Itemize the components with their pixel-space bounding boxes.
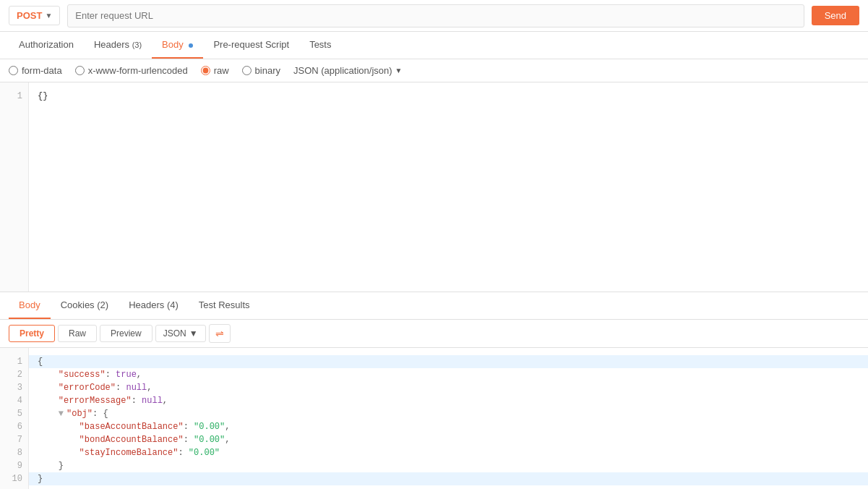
tab-tests[interactable]: Tests: [299, 32, 341, 59]
json-type-selector[interactable]: JSON (application/json) ▼: [293, 65, 402, 76]
pretty-button[interactable]: Pretty: [9, 325, 55, 342]
preview-button[interactable]: Preview: [100, 325, 152, 342]
url-input[interactable]: [67, 4, 804, 27]
x-www-radio[interactable]: [75, 66, 85, 75]
response-line-6: "baseAccountBalance": "0.00",: [38, 420, 859, 433]
cookies-badge: (2): [97, 299, 108, 310]
response-line-4: "errorMessage": null,: [38, 394, 859, 407]
request-line-numbers: 1: [0, 82, 29, 292]
x-www-option[interactable]: x-www-form-urlencoded: [75, 65, 188, 76]
response-line-7: "bondAccountBalance": "0.00",: [38, 433, 859, 446]
response-toolbar: Pretty Raw Preview JSON ▼ ⇌: [0, 320, 868, 348]
response-code-area: { "success": true, "errorCode": null, "e…: [29, 348, 868, 489]
response-line-10: }: [29, 472, 868, 485]
tab-body[interactable]: Body: [152, 32, 203, 59]
response-json-format-selector[interactable]: JSON ▼: [155, 325, 206, 342]
headers-badge: (3): [132, 41, 142, 49]
json-type-chevron-icon: ▼: [395, 67, 403, 75]
response-line-5: ▼"obj": {: [38, 407, 859, 420]
response-line-2: "success": true,: [38, 368, 859, 381]
body-options-bar: form-data x-www-form-urlencoded raw bina…: [0, 59, 868, 82]
tab-pre-request[interactable]: Pre-request Script: [203, 32, 299, 59]
request-tabs-bar: Authorization Headers (3) Body Pre-reque…: [0, 32, 868, 59]
top-bar: POST ▼ Send: [0, 0, 868, 32]
response-line-1: {: [29, 355, 868, 368]
request-editor: 1 {}: [0, 82, 868, 292]
response-tab-body[interactable]: Body: [9, 292, 51, 319]
raw-option[interactable]: raw: [201, 65, 229, 76]
response-tab-headers[interactable]: Headers (4): [119, 292, 189, 319]
raw-button[interactable]: Raw: [58, 325, 97, 342]
response-line-numbers: 1 2 3 4 5 6 7 8 9 10: [0, 348, 29, 489]
method-chevron-icon: ▼: [45, 12, 52, 20]
tab-headers[interactable]: Headers (3): [84, 32, 152, 59]
raw-radio[interactable]: [201, 66, 210, 75]
response-json-chevron-icon: ▼: [189, 328, 198, 339]
form-data-radio[interactable]: [9, 66, 18, 75]
send-button[interactable]: Send: [812, 6, 859, 25]
method-selector[interactable]: POST ▼: [9, 6, 60, 25]
binary-option[interactable]: binary: [242, 65, 280, 76]
response-line-3: "errorCode": null,: [38, 381, 859, 394]
form-data-option[interactable]: form-data: [9, 65, 62, 76]
response-tabs-bar: Body Cookies (2) Headers (4) Test Result…: [0, 292, 868, 320]
wrap-icon: ⇌: [215, 328, 224, 339]
tab-authorization[interactable]: Authorization: [9, 32, 84, 59]
binary-radio[interactable]: [242, 66, 252, 75]
body-dot-indicator: [189, 43, 193, 48]
method-label: POST: [17, 10, 42, 21]
request-code-area[interactable]: {}: [29, 82, 868, 292]
response-editor: 1 2 3 4 5 6 7 8 9 10 { "success": true, …: [0, 348, 868, 489]
response-line-8: "stayIncomeBalance": "0.00": [38, 446, 859, 459]
response-tab-cookies[interactable]: Cookies (2): [51, 292, 119, 319]
response-line-9: }: [38, 459, 859, 472]
response-headers-badge: (4): [167, 299, 179, 310]
wrap-toggle-button[interactable]: ⇌: [209, 324, 231, 343]
response-tab-test-results[interactable]: Test Results: [189, 292, 260, 319]
